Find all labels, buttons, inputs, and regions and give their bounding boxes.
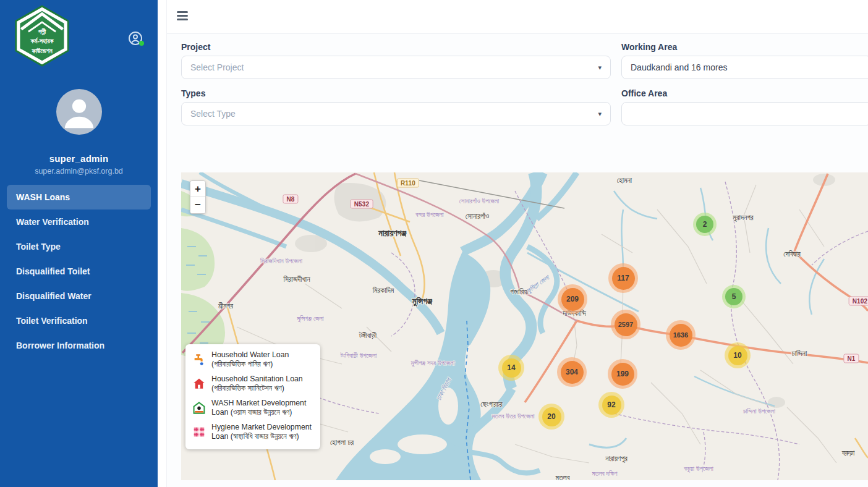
legend-item-label: Household Sanitation Loan (পরিবারভিত্তিক… (211, 375, 314, 393)
office-area-label: Office Area (621, 88, 667, 98)
sidebar-item-disqualified-toilet[interactable]: Disqualified Toilet (0, 259, 158, 284)
cluster-marker-10[interactable]: 10 (725, 342, 751, 368)
cluster-marker-304[interactable]: 304 (557, 357, 587, 387)
cluster-count: 10 (728, 346, 747, 365)
cluster-marker-117[interactable]: 117 (608, 263, 638, 293)
cluster-count: 2 (696, 216, 713, 233)
map-legend: Household Water Loan (পরিবারভিত্তিক পানি… (185, 344, 320, 449)
logo-text-line3: ফাউন্ডেশন (31, 47, 53, 54)
types-label: Types (181, 88, 205, 98)
house-icon (192, 375, 206, 393)
legend-item-label: WASH Market Development Loan (ওয়াস বাজা… (211, 399, 314, 417)
office-area-field (621, 102, 868, 125)
cluster-count: 20 (542, 407, 561, 426)
cluster-count: 209 (561, 288, 584, 311)
cluster-marker-92[interactable]: 92 (598, 392, 624, 418)
sidebar-item-water-verification[interactable]: Water Verification (0, 210, 158, 234)
cluster-marker-199[interactable]: 199 (608, 359, 637, 389)
working-area-field (621, 56, 868, 79)
sidebar-gutter (158, 0, 167, 487)
logo-text-line1: পল্লী (38, 28, 46, 35)
account-status-icon[interactable] (128, 31, 143, 46)
legend-item-2: WASH Market Development Loan (ওয়াস বাজা… (192, 399, 314, 417)
types-select[interactable]: Select Type ▾ (181, 102, 611, 125)
map-canvas[interactable]: নারায়ণগঞ্জমুন্সিগঞ্জসোনারগাঁওহোমনামুরাদ… (181, 172, 868, 480)
cluster-marker-14[interactable]: 14 (498, 355, 524, 381)
sidebar-item-borrower-information[interactable]: Borrower Information (0, 333, 158, 358)
project-select-placeholder: Select Project (190, 62, 598, 72)
zoom-out-button[interactable]: − (190, 197, 205, 213)
user-email: super.admin@pksf.org.bd (0, 167, 158, 176)
legend-item-label: Hygiene Market Development Loan (স্বাস্থ… (211, 423, 314, 441)
chevron-down-icon: ▾ (598, 110, 602, 118)
user-name: super_admin (0, 153, 158, 164)
cluster-count: 117 (612, 267, 635, 290)
topbar (167, 0, 868, 34)
cluster-count: 14 (502, 358, 521, 378)
cluster-count: 304 (561, 361, 584, 384)
legend-item-1: Household Sanitation Loan (পরিবারভিত্তিক… (192, 375, 314, 393)
avatar (56, 89, 102, 135)
sidebar-menu: WASH LoansWater VerificationToilet TypeD… (0, 185, 158, 358)
project-select[interactable]: Select Project ▾ (181, 56, 611, 79)
sidebar-item-toilet-verification[interactable]: Toilet Verification (0, 308, 158, 333)
working-area-label: Working Area (621, 42, 677, 52)
logo-text-line2: কর্ম-সহায়ক (30, 37, 54, 44)
hamburger-menu-icon[interactable] (177, 11, 188, 20)
cluster-count: 92 (602, 396, 621, 415)
pksf-logo: পল্লী কর্ম-সহায়ক ফাউন্ডেশন (12, 5, 72, 67)
office-area-input[interactable] (631, 109, 862, 119)
cluster-count: 5 (725, 288, 742, 305)
cluster-marker-2[interactable]: 2 (693, 213, 717, 236)
cluster-count: 2597 (615, 313, 637, 336)
sidebar-item-toilet-type[interactable]: Toilet Type (0, 234, 158, 259)
sidebar: পল্লী কর্ম-সহায়ক ফাউন্ডেশন super_admin … (0, 0, 158, 487)
project-label: Project (181, 42, 210, 52)
zoom-in-button[interactable]: + (190, 181, 205, 197)
main-content: Project Select Project ▾ Types Select Ty… (167, 0, 868, 487)
map-zoom-control: + − (190, 180, 206, 214)
legend-item-label: Household Water Loan (পরিবারভিত্তিক পানি… (211, 350, 314, 369)
sidebar-item-wash-loans[interactable]: WASH Loans (7, 185, 151, 210)
cluster-marker-1636[interactable]: 1636 (666, 320, 696, 350)
cluster-marker-5[interactable]: 5 (722, 285, 746, 308)
hygiene-market-icon (192, 423, 206, 441)
working-area-input[interactable] (631, 62, 862, 72)
cluster-marker-20[interactable]: 20 (538, 404, 564, 430)
legend-item-3: Hygiene Market Development Loan (স্বাস্থ… (192, 423, 314, 441)
cluster-count: 1636 (670, 324, 692, 347)
cluster-marker-2597[interactable]: 2597 (611, 310, 640, 339)
cluster-marker-209[interactable]: 209 (558, 284, 587, 314)
legend-item-0: Household Water Loan (পরিবারভিত্তিক পানি… (192, 350, 314, 369)
online-status-dot (139, 41, 144, 46)
faucet-icon (192, 350, 206, 369)
chevron-down-icon: ▾ (598, 64, 602, 72)
sidebar-item-disqualified-water[interactable]: Disqualified Water (0, 284, 158, 308)
wash-market-icon (192, 399, 206, 417)
types-select-placeholder: Select Type (190, 109, 598, 119)
cluster-count: 199 (611, 363, 634, 386)
